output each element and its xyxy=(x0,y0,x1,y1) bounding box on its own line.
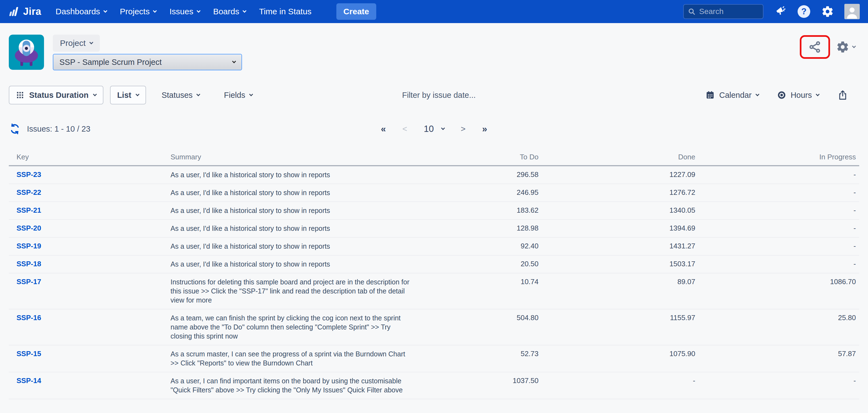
nav-item-time-in-status[interactable]: Time in Status xyxy=(259,7,312,16)
page-settings-button[interactable] xyxy=(836,40,855,54)
report-type-dropdown[interactable]: Status Duration xyxy=(9,86,103,104)
refresh-icon[interactable] xyxy=(9,123,21,135)
calendar-dropdown[interactable]: Calendar xyxy=(706,91,759,100)
todo-value: 52.73 xyxy=(418,349,542,358)
nav-item-issues[interactable]: Issues xyxy=(169,7,200,16)
pagination-last[interactable]: » xyxy=(482,124,487,134)
todo-value: 504.80 xyxy=(418,313,542,322)
chevron-down-icon xyxy=(135,92,140,96)
in-progress-value: - xyxy=(699,260,859,268)
nav-item-projects[interactable]: Projects xyxy=(120,7,156,16)
pagination: « < 10 > » xyxy=(381,124,487,134)
todo-value: 296.58 xyxy=(418,170,542,179)
done-value: 1276.72 xyxy=(542,188,699,197)
table-row: SSP-22 As a user, I'd like a historical … xyxy=(9,184,859,202)
in-progress-value: - xyxy=(699,188,859,197)
view-dropdown[interactable]: List xyxy=(110,86,146,104)
done-value: 89.07 xyxy=(542,278,699,286)
chevron-down-icon xyxy=(243,9,246,13)
issues-table: Key Summary To Do Done In Progress SSP-2… xyxy=(9,153,859,399)
chevron-down-icon xyxy=(89,40,93,44)
feedback-megaphone-icon[interactable] xyxy=(773,5,787,19)
issue-summary: As a user, I'd like a historical story t… xyxy=(170,170,410,179)
in-progress-value: 1086.70 xyxy=(699,278,859,286)
brand-name: Jira xyxy=(23,6,41,17)
issue-key-link[interactable]: SSP-22 xyxy=(9,188,41,197)
nav-item-label: Projects xyxy=(120,7,150,16)
issues-count-group: Issues: 1 - 10 / 23 xyxy=(9,123,91,135)
statuses-dropdown[interactable]: Statuses xyxy=(161,91,200,100)
help-icon[interactable]: ? xyxy=(797,5,811,19)
pagination-next[interactable]: > xyxy=(461,124,466,134)
results-bar: Issues: 1 - 10 / 23 « < 10 > » xyxy=(0,121,868,137)
report-toolbar: Status Duration List Statuses Fields xyxy=(0,86,868,104)
table-row: SSP-21 As a user, I'd like a historical … xyxy=(9,202,859,220)
project-select-value: SSP - Sample Scrum Project xyxy=(59,58,162,67)
project-header: Project SSP - Sample Scrum Project xyxy=(0,23,868,70)
pagination-prev[interactable]: < xyxy=(402,124,407,134)
key-cell: SSP-15 xyxy=(9,349,170,358)
view-label: List xyxy=(117,91,131,100)
column-header-key: Key xyxy=(9,153,170,161)
gear-icon xyxy=(836,40,849,54)
issue-key-link[interactable]: SSP-21 xyxy=(9,206,41,215)
issue-summary: Instructions for deleting this sample bo… xyxy=(170,278,410,305)
search-input[interactable] xyxy=(699,7,759,16)
nav-item-label: Issues xyxy=(169,7,193,16)
todo-value: 128.98 xyxy=(418,224,542,233)
issue-date-filter-input[interactable] xyxy=(402,91,567,100)
table-row: SSP-19 As a user, I'd like a historical … xyxy=(9,238,859,255)
key-cell: SSP-14 xyxy=(9,376,170,385)
key-cell: SSP-20 xyxy=(9,224,170,233)
issue-key-link[interactable]: SSP-15 xyxy=(9,349,41,358)
issue-key-link[interactable]: SSP-17 xyxy=(9,278,41,286)
admin-gear-icon[interactable] xyxy=(821,5,834,19)
chevron-down-icon xyxy=(197,9,200,13)
todo-value: 20.50 xyxy=(418,260,542,268)
table-row: SSP-23 As a user, I'd like a historical … xyxy=(9,166,859,184)
in-progress-value: - xyxy=(699,242,859,250)
report-type-label: Status Duration xyxy=(29,91,89,100)
in-progress-value: - xyxy=(699,376,859,385)
todo-value: 183.62 xyxy=(418,206,542,215)
export-button[interactable] xyxy=(837,90,848,101)
issue-key-link[interactable]: SSP-23 xyxy=(9,170,41,179)
units-label: Hours xyxy=(791,91,812,100)
create-button[interactable]: Create xyxy=(336,3,376,20)
jira-home-link[interactable]: Jira xyxy=(8,5,41,18)
user-avatar[interactable] xyxy=(844,4,860,19)
search-icon xyxy=(688,7,696,16)
top-nav: Jira Dashboards Projects Issues Boards T… xyxy=(0,0,868,23)
units-dropdown[interactable]: Hours xyxy=(777,91,819,100)
chevron-down-icon xyxy=(153,9,157,13)
nav-item-label: Time in Status xyxy=(259,7,312,16)
done-value: 1075.90 xyxy=(542,349,699,358)
chevron-down-icon xyxy=(852,44,856,48)
share-button[interactable] xyxy=(808,40,822,54)
in-progress-value: 57.87 xyxy=(699,349,859,358)
in-progress-value: - xyxy=(699,206,859,215)
scope-dropdown-button[interactable]: Project xyxy=(53,35,100,51)
issue-key-link[interactable]: SSP-14 xyxy=(9,376,41,385)
nav-item-dashboards[interactable]: Dashboards xyxy=(56,7,107,16)
table-row: SSP-18 As a user, I'd like a historical … xyxy=(9,255,859,273)
in-progress-value: - xyxy=(699,170,859,179)
chevron-down-icon xyxy=(93,92,97,96)
page-size-dropdown[interactable]: 10 xyxy=(424,124,444,134)
nav-item-boards[interactable]: Boards xyxy=(213,7,246,16)
project-select[interactable]: SSP - Sample Scrum Project xyxy=(53,54,242,70)
done-value: 1431.27 xyxy=(542,242,699,250)
calendar-label: Calendar xyxy=(719,91,752,100)
done-value: 1394.69 xyxy=(542,224,699,233)
pagination-first[interactable]: « xyxy=(381,124,386,134)
key-cell: SSP-17 xyxy=(9,278,170,286)
fields-dropdown[interactable]: Fields xyxy=(224,91,252,100)
issue-key-link[interactable]: SSP-19 xyxy=(9,242,41,250)
issue-key-link[interactable]: SSP-16 xyxy=(9,313,41,322)
key-cell: SSP-23 xyxy=(9,170,170,179)
toolbar-right: Calendar Hours xyxy=(706,90,848,101)
issue-key-link[interactable]: SSP-18 xyxy=(9,260,41,268)
issue-key-link[interactable]: SSP-20 xyxy=(9,224,41,233)
issue-summary: As a user, I'd like a historical story t… xyxy=(170,224,410,233)
done-value: 1503.17 xyxy=(542,260,699,268)
